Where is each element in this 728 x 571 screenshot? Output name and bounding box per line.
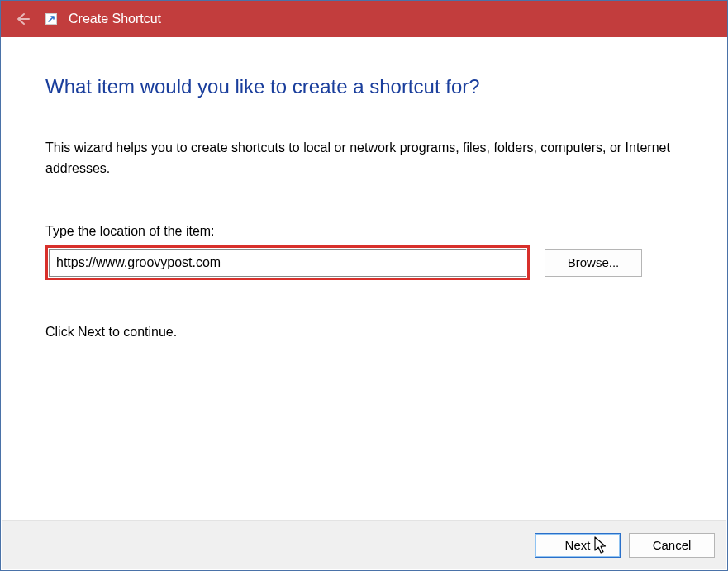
browse-button[interactable]: Browse... [545, 249, 642, 277]
wizard-content: What item would you like to create a sho… [1, 37, 727, 340]
window-title: Create Shortcut [69, 12, 161, 26]
location-row: Browse... [45, 245, 683, 280]
shortcut-overlay-icon [45, 13, 57, 25]
location-label: Type the location of the item: [45, 224, 683, 239]
wizard-footer: Next Cancel [2, 520, 726, 569]
next-button[interactable]: Next [535, 533, 621, 558]
cancel-button[interactable]: Cancel [629, 533, 715, 558]
wizard-description: This wizard helps you to create shortcut… [45, 138, 682, 179]
location-input[interactable] [49, 249, 526, 277]
titlebar: Create Shortcut [1, 1, 727, 37]
back-arrow-icon[interactable] [11, 7, 34, 31]
location-input-highlight [45, 245, 530, 280]
wizard-heading: What item would you like to create a sho… [45, 75, 683, 98]
continue-hint: Click Next to continue. [45, 325, 683, 340]
